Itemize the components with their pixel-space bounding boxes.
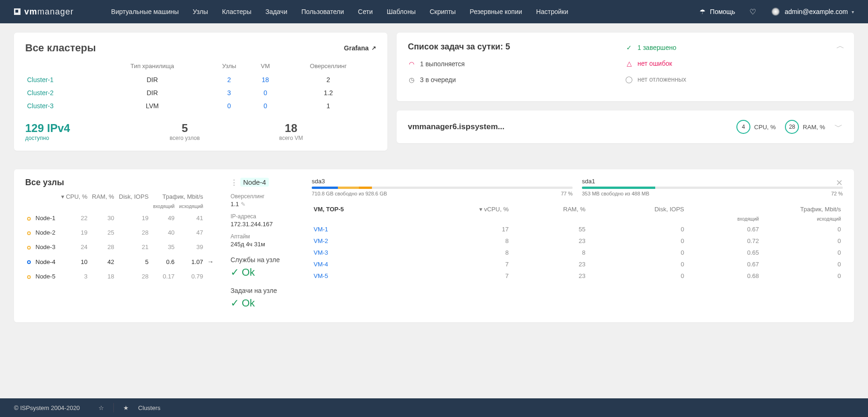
cell-in: 35 xyxy=(150,240,176,254)
nodes-header[interactable]: Disk, IOPS xyxy=(116,191,151,202)
drag-handle-icon[interactable]: ⋮ xyxy=(231,178,238,187)
cell-disk: 19 xyxy=(116,211,151,225)
cell-out: 0 xyxy=(761,247,843,258)
cell-ram: 23 xyxy=(511,258,588,270)
vms-header[interactable]: RAM, % xyxy=(511,204,588,215)
disk-free: 710.8 GB свободно из 928.6 GB xyxy=(312,191,387,196)
footer-clusters[interactable]: Clusters xyxy=(138,404,161,411)
cell-vm[interactable]: 18 xyxy=(262,76,269,83)
nodes-header[interactable] xyxy=(25,191,58,202)
node-row[interactable]: Node-4104250.61.07→ xyxy=(25,254,216,269)
logo-vm: vm xyxy=(24,7,37,17)
edit-icon[interactable]: ✎ xyxy=(241,201,245,208)
ipv4-count: 129 IPv4 xyxy=(25,122,132,135)
check-circle-icon: ✓ xyxy=(625,44,633,51)
vm-link[interactable]: VM-4 xyxy=(314,261,328,268)
nav-item-0[interactable]: Виртуальные машины xyxy=(111,8,179,15)
cell-ram: 25 xyxy=(89,225,116,240)
node-row[interactable]: Node-12230194941 xyxy=(25,211,216,225)
topbar: vmmanager Виртуальные машиныУзлыКластеры… xyxy=(0,0,868,23)
topbar-right: ☂ Помощь ♡ admin@example.com ▾ xyxy=(699,7,854,17)
detail-node-name: Node-4 xyxy=(240,178,269,187)
nav-item-1[interactable]: Узлы xyxy=(193,8,208,15)
nav-item-6[interactable]: Шаблоны xyxy=(387,8,416,15)
cluster-link[interactable]: Cluster-1 xyxy=(27,76,54,83)
cell-vcpu: 7 xyxy=(412,258,511,270)
task-done: ✓ 1 завершено xyxy=(625,44,843,51)
cell-ram: 18 xyxy=(89,269,116,284)
nodes-header[interactable]: RAM, % xyxy=(89,191,116,202)
node-row[interactable]: Node-5318280.170.79 xyxy=(25,269,216,284)
detail-node-title: ⋮ Node-4 xyxy=(231,178,301,187)
vm-link[interactable]: VM-2 xyxy=(314,237,328,244)
tasks-card: ︿ Список задач за сутки: 5 ◠ 1 выполняет… xyxy=(397,33,854,101)
nodes-count: 5 xyxy=(132,122,238,135)
warning-icon: △ xyxy=(625,60,633,67)
task-queued-label: 3 в очереди xyxy=(420,76,456,83)
arrow-right-icon xyxy=(205,269,216,284)
status-dot-icon xyxy=(27,246,31,250)
check-icon: ✓ xyxy=(231,297,239,309)
user-menu[interactable]: admin@example.com ▾ xyxy=(770,7,854,17)
uptime-key: Аптайм xyxy=(231,233,301,240)
cell-storage: DIR xyxy=(97,86,208,99)
node-row[interactable]: Node-32428213539 xyxy=(25,240,216,254)
star-outline-icon[interactable]: ☆ xyxy=(98,404,104,411)
cell-vm[interactable]: 0 xyxy=(264,89,267,97)
bell-icon[interactable]: ♡ xyxy=(749,8,756,15)
cell-in: 0.67 xyxy=(686,258,761,270)
umbrella-icon: ☂ xyxy=(699,8,706,15)
arrow-right-icon xyxy=(205,225,216,240)
disk-block: sda1353 MB свободно из 488 MB72 % xyxy=(582,178,843,196)
cluster-link[interactable]: Cluster-2 xyxy=(27,89,54,97)
cell-nodes[interactable]: 2 xyxy=(227,76,231,83)
vm-link[interactable]: VM-3 xyxy=(314,249,328,256)
logo[interactable]: vmmanager xyxy=(14,7,74,17)
nav-item-7[interactable]: Скрипты xyxy=(430,8,456,15)
cluster-row: Cluster-3LVM001 xyxy=(25,99,376,112)
task-queued: ◷ 3 в очереди xyxy=(408,76,625,83)
cell-out: 0 xyxy=(761,235,843,247)
cell-in: 0.68 xyxy=(686,270,761,282)
user-email: admin@example.com xyxy=(784,8,848,15)
nav-item-2[interactable]: Кластеры xyxy=(222,8,252,15)
node-row[interactable]: Node-21925284047 xyxy=(25,225,216,240)
services-label: Службы на узле xyxy=(231,256,301,264)
collapse-icon[interactable]: ︿ xyxy=(836,40,845,51)
vms-header[interactable]: ▾ vCPU, % xyxy=(412,204,511,215)
disk-bar xyxy=(582,187,843,189)
overselling-key: Оверселлинг xyxy=(231,193,301,200)
nav-item-8[interactable]: Резервные копии xyxy=(470,8,522,15)
external-link-icon: ↗ xyxy=(371,45,376,51)
vms-header[interactable]: Disk, IOPS xyxy=(587,204,686,215)
cell-nodes[interactable]: 3 xyxy=(227,89,231,97)
nodes-label: всего узлов xyxy=(132,135,238,141)
cell-ram: 8 xyxy=(511,247,588,258)
cell-nodes[interactable]: 0 xyxy=(227,102,231,110)
cell-ram: 30 xyxy=(89,211,116,225)
nav-item-9[interactable]: Настройки xyxy=(536,8,568,15)
vm-row: VM-38800.650 xyxy=(312,247,843,258)
expand-icon[interactable]: ﹀ xyxy=(834,121,843,132)
vm-link[interactable]: VM-5 xyxy=(314,272,328,279)
help-link[interactable]: ☂ Помощь xyxy=(699,8,735,15)
cell-over: 1 xyxy=(280,99,376,112)
cell-in: 0.67 xyxy=(686,223,761,235)
grafana-link[interactable]: Grafana ↗ xyxy=(344,44,376,52)
clusters-header: VM xyxy=(250,59,280,73)
nodes-header[interactable]: ▾ CPU, % xyxy=(58,191,90,202)
cell-in: 49 xyxy=(150,211,176,225)
clock-icon: ◷ xyxy=(408,76,415,83)
nav-item-4[interactable]: Пользователи xyxy=(301,8,344,15)
node-tasks-label: Задачи на узле xyxy=(231,287,301,294)
cluster-link[interactable]: Cluster-3 xyxy=(27,102,54,110)
cell-vcpu: 17 xyxy=(412,223,511,235)
vm-link[interactable]: VM-1 xyxy=(314,226,328,233)
star-filled-icon[interactable]: ★ xyxy=(123,404,129,411)
cell-vm[interactable]: 0 xyxy=(264,102,267,110)
nav-item-3[interactable]: Задачи xyxy=(266,8,287,15)
vm-row: VM-572300.680 xyxy=(312,270,843,282)
nav-item-5[interactable]: Сети xyxy=(358,8,373,15)
cell-vcpu: 8 xyxy=(412,235,511,247)
cell-ram: 23 xyxy=(511,270,588,282)
